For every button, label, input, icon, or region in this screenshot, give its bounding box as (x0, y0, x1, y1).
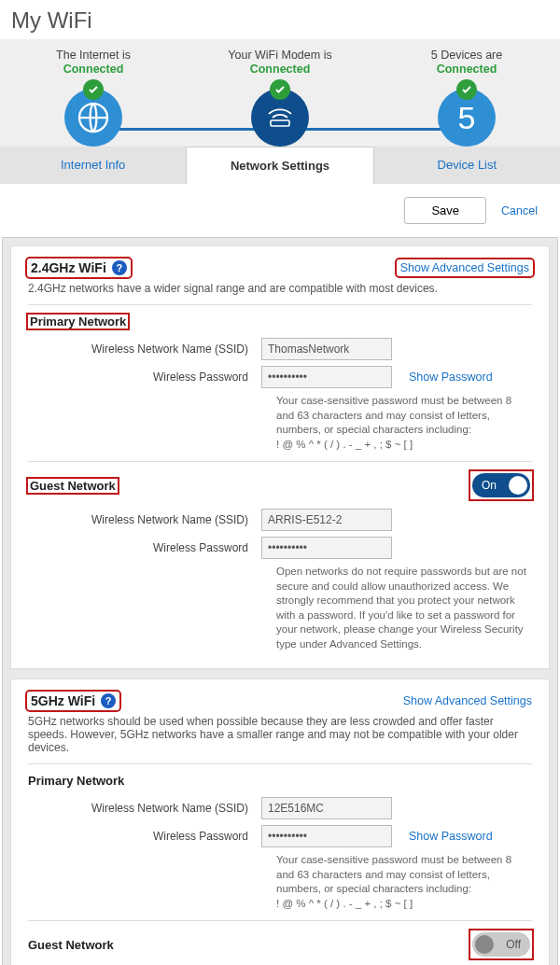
action-row: Save Cancel (0, 184, 560, 237)
status-internet: The Internet is Connected (0, 49, 187, 154)
show-advanced-5ghz[interactable]: Show Advanced Settings (403, 694, 532, 707)
save-button[interactable]: Save (404, 197, 486, 224)
primary-network-title-text: Primary Network (28, 315, 128, 329)
section-title-text: 2.4GHz WiFi (31, 260, 106, 275)
guest-network-title-24ghz: Guest Network (28, 479, 118, 493)
ssid-input-5ghz[interactable] (261, 797, 392, 819)
page-title: My WiFi (0, 0, 560, 39)
check-icon (270, 79, 290, 100)
section-title-5ghz: 5GHz WiFi ? (28, 692, 119, 709)
check-icon (83, 79, 104, 100)
guest-toggle-5ghz[interactable]: Off (472, 932, 530, 957)
primary-network-title-24ghz: Primary Network (28, 315, 532, 329)
status-label: 5 Devices are (373, 49, 560, 63)
password-hint-24ghz: Your case-sensitive password must be bet… (276, 394, 532, 452)
status-bar: The Internet is Connected Your WiFi Mode… (0, 39, 560, 184)
help-icon[interactable]: ? (101, 693, 116, 708)
password-label: Wireless Password (28, 371, 261, 384)
guest-network-title-text: Guest Network (28, 479, 118, 493)
guest-toggle-24ghz[interactable]: On (472, 473, 530, 497)
password-label: Wireless Password (28, 830, 261, 843)
password-hint-5ghz: Your case-sensitive password must be bet… (276, 853, 532, 911)
divider (28, 304, 532, 305)
guest-hint-24ghz: Open networks do not require passwords b… (276, 565, 532, 651)
panel-5ghz: 5GHz WiFi ? Show Advanced Settings 5GHz … (10, 678, 550, 965)
status-modem: Your WiFi Modem is Connected (187, 49, 373, 154)
status-label: Your WiFi Modem is (187, 49, 373, 63)
connector-line (280, 128, 465, 131)
cancel-link[interactable]: Cancel (501, 204, 538, 217)
device-count: 5 (458, 100, 476, 136)
toggle-label: Off (506, 938, 521, 951)
status-state: Connected (0, 63, 187, 76)
show-password-24ghz[interactable]: Show Password (409, 371, 493, 384)
device-count-suffix: Devices are (438, 49, 502, 62)
show-advanced-24ghz[interactable]: Show Advanced Settings (398, 260, 532, 275)
toggle-label: On (482, 479, 497, 492)
password-input-24ghz[interactable] (261, 366, 392, 388)
ssid-label: Wireless Network Name (SSID) (28, 513, 261, 526)
password-input-5ghz[interactable] (261, 825, 392, 847)
password-label: Wireless Password (28, 541, 261, 554)
toggle-knob (475, 935, 494, 954)
panel-24ghz: 2.4GHz WiFi ? Show Advanced Settings 2.4… (10, 245, 550, 669)
check-icon (456, 79, 477, 100)
guest-ssid-input-24ghz[interactable] (261, 509, 392, 531)
section-desc-24ghz: 2.4GHz networks have a wider signal rang… (28, 282, 532, 295)
guest-network-title-5ghz: Guest Network (28, 938, 114, 952)
section-desc-5ghz: 5GHz networks should be used when possib… (28, 715, 532, 754)
status-state: Connected (373, 63, 560, 76)
help-icon[interactable]: ? (112, 260, 127, 275)
primary-network-title-5ghz: Primary Network (28, 774, 532, 788)
svg-rect-1 (271, 120, 289, 126)
divider (28, 763, 532, 764)
settings-container: 2.4GHz WiFi ? Show Advanced Settings 2.4… (2, 237, 558, 965)
show-password-5ghz[interactable]: Show Password (409, 830, 493, 843)
ssid-label: Wireless Network Name (SSID) (28, 802, 261, 815)
divider (28, 461, 532, 462)
guest-password-input-24ghz[interactable] (261, 537, 392, 559)
section-title-text: 5GHz WiFi (31, 693, 95, 708)
ssid-label: Wireless Network Name (SSID) (28, 343, 261, 356)
status-devices: 5 Devices are Connected 5 (373, 49, 560, 154)
divider (28, 920, 532, 921)
device-count-inline: 5 (431, 49, 438, 62)
status-label: The Internet is (0, 49, 187, 63)
toggle-knob (509, 476, 527, 495)
status-state: Connected (187, 63, 373, 76)
section-title-24ghz: 2.4GHz WiFi ? (28, 259, 130, 276)
ssid-input-24ghz[interactable] (261, 338, 392, 360)
